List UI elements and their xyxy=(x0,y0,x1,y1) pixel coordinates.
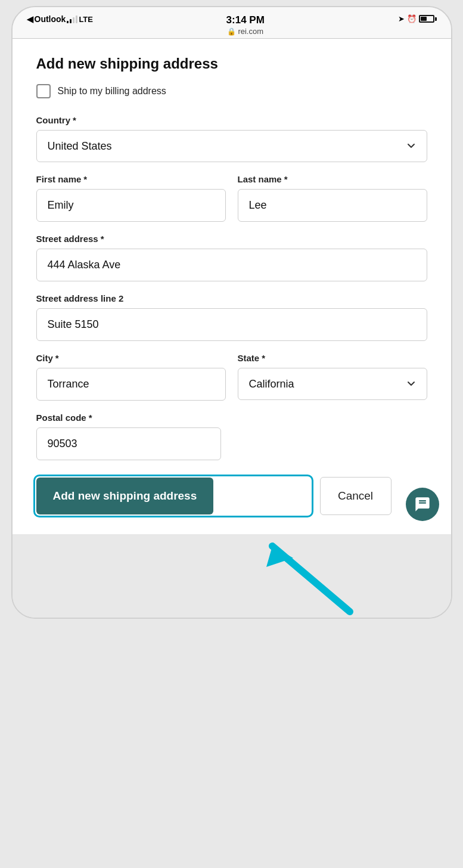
url-bar: 🔒 rei.com xyxy=(93,27,398,36)
city-state-row: City * State * California xyxy=(36,353,427,413)
submit-button-wrapper: Add new shipping address xyxy=(36,478,310,514)
location-icon: ➤ xyxy=(398,14,405,23)
state-field-group: State * California xyxy=(238,353,427,401)
signal-bars xyxy=(67,15,77,23)
first-name-input[interactable] xyxy=(36,189,226,222)
clock: 3:14 PM xyxy=(93,14,398,26)
network-type: LTE xyxy=(79,15,93,24)
street2-label: Street address line 2 xyxy=(36,293,427,303)
bottom-annotation-area xyxy=(13,534,451,618)
cancel-button[interactable]: Cancel xyxy=(320,477,391,515)
city-field-group: City * xyxy=(36,353,226,401)
last-name-field-group: Last name * xyxy=(238,174,427,222)
chat-bubble-button[interactable] xyxy=(406,488,439,521)
last-name-label: Last name * xyxy=(238,174,427,184)
billing-checkbox-row[interactable]: Ship to my billing address xyxy=(36,84,427,98)
form-content: Add new shipping address Ship to my bill… xyxy=(13,39,451,534)
city-input[interactable] xyxy=(36,368,226,401)
postal-input[interactable] xyxy=(36,427,221,460)
button-row: Add new shipping address Cancel xyxy=(36,477,427,515)
status-right: ➤ ⏰ xyxy=(398,14,437,23)
postal-field-group: Postal code * xyxy=(36,413,427,460)
postal-label: Postal code * xyxy=(36,413,427,423)
chat-icon xyxy=(414,496,431,513)
page-title: Add new shipping address xyxy=(36,55,427,72)
street2-input[interactable] xyxy=(36,308,427,341)
state-select[interactable]: California xyxy=(238,368,427,400)
annotation-arrow xyxy=(243,534,362,618)
back-arrow: ◀ xyxy=(27,14,33,24)
country-field-group: Country * United States xyxy=(36,115,427,162)
battery-icon xyxy=(419,15,437,23)
billing-checkbox[interactable] xyxy=(36,84,51,98)
name-row: First name * Last name * xyxy=(36,174,427,234)
carrier-name: Outlook xyxy=(35,14,66,24)
status-bar: ◀ Outlook LTE 3:14 PM 🔒 rei.com ➤ ⏰ xyxy=(13,7,451,38)
url-text: rei.com xyxy=(238,27,263,36)
first-name-field-group: First name * xyxy=(36,174,226,222)
status-center: 3:14 PM 🔒 rei.com xyxy=(93,14,398,36)
street-input[interactable] xyxy=(36,249,427,281)
street-field-group: Street address * xyxy=(36,234,427,281)
first-name-label: First name * xyxy=(36,174,226,184)
state-label: State * xyxy=(238,353,427,363)
country-select[interactable]: United States xyxy=(36,130,427,162)
add-shipping-button[interactable]: Add new shipping address xyxy=(36,478,214,514)
city-label: City * xyxy=(36,353,226,363)
carrier-info: ◀ Outlook LTE xyxy=(27,14,93,24)
lock-icon: 🔒 xyxy=(227,27,236,36)
last-name-input[interactable] xyxy=(238,189,427,222)
country-label: Country * xyxy=(36,115,427,125)
alarm-icon: ⏰ xyxy=(407,14,417,23)
billing-checkbox-label: Ship to my billing address xyxy=(58,86,166,97)
street2-field-group: Street address line 2 xyxy=(36,293,427,341)
street-label: Street address * xyxy=(36,234,427,244)
